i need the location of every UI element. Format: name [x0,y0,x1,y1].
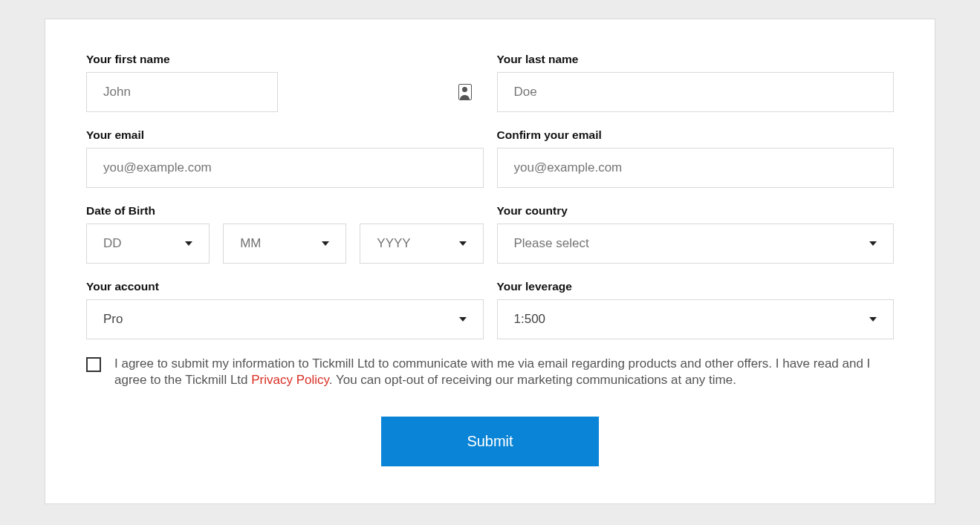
consent-checkbox[interactable] [86,357,101,372]
dob-month-select[interactable]: MM [223,224,346,264]
dob-label: Date of Birth [86,204,484,218]
dob-day-value: DD [103,236,122,251]
email-label: Your email [86,128,484,142]
chevron-down-icon [185,241,192,246]
chevron-down-icon [459,317,467,322]
dob-year-select[interactable]: YYYY [360,224,483,264]
first-name-label: Your first name [86,53,484,66]
account-label: Your account [86,280,484,293]
first-name-input[interactable] [86,72,278,112]
registration-form: Your first name Your last name Your emai… [45,19,935,504]
submit-button[interactable]: Submit [381,417,598,466]
email-input[interactable] [86,148,484,188]
leverage-select[interactable]: 1:500 [497,299,895,339]
dob-year-value: YYYY [377,236,410,251]
consent-part2: . You can opt-out of receiving our marke… [329,373,736,387]
dob-day-select[interactable]: DD [86,224,210,264]
chevron-down-icon [322,241,329,246]
last-name-input[interactable] [497,72,895,112]
country-select[interactable]: Please select [497,224,895,264]
consent-text: I agree to submit my information to Tick… [114,356,894,388]
confirm-email-label: Confirm your email [497,128,895,142]
chevron-down-icon [869,241,877,246]
account-select[interactable]: Pro [86,299,484,339]
account-value: Pro [103,312,123,327]
country-value: Please select [514,236,589,251]
leverage-value: 1:500 [514,312,546,327]
chevron-down-icon [459,241,467,246]
contact-card-icon [458,84,472,100]
country-label: Your country [497,204,895,218]
chevron-down-icon [869,317,877,322]
confirm-email-input[interactable] [497,148,895,188]
privacy-policy-link[interactable]: Privacy Policy [251,373,329,387]
dob-month-value: MM [240,236,261,251]
last-name-label: Your last name [497,53,895,66]
leverage-label: Your leverage [497,280,895,293]
